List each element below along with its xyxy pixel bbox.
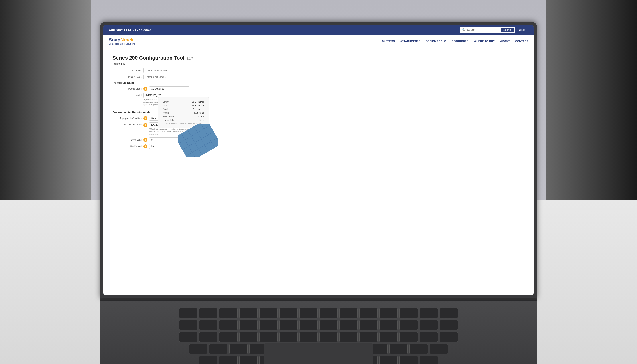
logo: SnapNrack xyxy=(109,37,136,43)
solar-graphic-area xyxy=(178,124,218,158)
key-r[interactable] xyxy=(259,332,278,342)
key-lbracket[interactable] xyxy=(400,332,418,342)
spec-weight-label: Weight xyxy=(162,112,169,114)
logo-nrack: Nrack xyxy=(120,37,134,42)
nav-about[interactable]: ABOUT xyxy=(500,40,510,42)
key-9[interactable] xyxy=(360,320,378,330)
key-8[interactable] xyxy=(340,320,358,330)
key-f6[interactable] xyxy=(300,308,318,318)
key-x[interactable] xyxy=(239,356,258,364)
key-minus[interactable] xyxy=(400,320,418,330)
key-row-numbers xyxy=(128,320,510,330)
nav-where-to-buy[interactable]: WHERE TO BUY xyxy=(474,40,495,42)
laptop-keyboard-area: MacBook Pro xyxy=(100,301,537,364)
key-t[interactable] xyxy=(279,332,298,342)
key-row-qwerty xyxy=(128,332,510,342)
spec-length-row: Length 65.67 inches xyxy=(162,101,204,103)
sign-in-link[interactable]: Sign In xyxy=(519,28,528,32)
nav-design-tools[interactable]: DESIGN TOOLS xyxy=(426,40,446,42)
key-1[interactable] xyxy=(199,320,218,330)
nav-resources[interactable]: RESOURCES xyxy=(452,40,468,42)
key-slash[interactable] xyxy=(400,356,418,364)
nav-systems[interactable]: SYSTEMS xyxy=(382,40,395,42)
key-rbracket[interactable] xyxy=(420,332,438,342)
module-brand-select[interactable]: AU Optronics xyxy=(149,86,189,91)
key-w[interactable] xyxy=(219,332,238,342)
module-brand-add-btn[interactable]: + xyxy=(144,87,148,91)
key-f5[interactable] xyxy=(279,308,298,318)
key-f9[interactable] xyxy=(360,308,378,318)
key-rshift[interactable] xyxy=(420,356,438,364)
key-y[interactable] xyxy=(300,332,318,342)
key-quote[interactable] xyxy=(410,344,428,354)
search-bar[interactable]: 🔍 Search xyxy=(460,27,516,33)
building-std-add-btn[interactable]: + xyxy=(144,123,148,127)
key-p[interactable] xyxy=(380,332,398,342)
key-o[interactable] xyxy=(360,332,378,342)
key-7[interactable] xyxy=(320,320,338,330)
pv-module-section-title: PV Module Data: xyxy=(112,81,211,84)
website: Call Now +1 (877) 732-2860 🔍 Search Sign… xyxy=(104,25,534,295)
key-tab[interactable] xyxy=(179,332,198,342)
key-f8[interactable] xyxy=(340,308,358,318)
key-f3[interactable] xyxy=(239,308,258,318)
key-5[interactable] xyxy=(279,320,298,330)
key-enter[interactable] xyxy=(430,344,448,354)
key-f10[interactable] xyxy=(380,308,398,318)
key-f4[interactable] xyxy=(259,308,278,318)
nav-contact[interactable]: CONTACT xyxy=(515,40,528,42)
spec-width-label: Width xyxy=(162,104,168,107)
spec-length-value: 65.67 inches xyxy=(192,101,204,103)
key-z[interactable] xyxy=(219,356,238,364)
solar-panel-graphic xyxy=(178,124,218,157)
key-s[interactable] xyxy=(229,344,248,354)
key-backslash[interactable] xyxy=(440,332,458,342)
key-4[interactable] xyxy=(259,320,278,330)
spec-frame-row: Frame Color Silver xyxy=(162,119,204,122)
key-q[interactable] xyxy=(199,332,218,342)
key-2[interactable] xyxy=(219,320,238,330)
key-f11[interactable] xyxy=(400,308,418,318)
key-f7[interactable] xyxy=(320,308,338,318)
specs-box: Length 65.67 inches Width 39.37 inches D… xyxy=(158,97,209,128)
key-capslock[interactable] xyxy=(189,344,208,354)
key-0[interactable] xyxy=(380,320,398,330)
snow-load-label: Snow Load xyxy=(112,138,142,141)
key-6[interactable] xyxy=(300,320,318,330)
snow-load-add-btn[interactable]: + xyxy=(144,138,148,142)
key-lshift[interactable] xyxy=(199,356,218,364)
topo-add-btn[interactable]: + xyxy=(144,116,148,120)
company-input[interactable] xyxy=(144,68,184,73)
page-title: Series 200 Configuration Tool xyxy=(112,55,184,60)
key-esc[interactable] xyxy=(179,308,198,318)
spec-frame-value: Silver xyxy=(199,119,204,122)
key-backspace[interactable] xyxy=(440,320,458,330)
key-period[interactable] xyxy=(380,356,398,364)
key-i[interactable] xyxy=(340,332,358,342)
spec-weight-row: Weight 44.1 pounds xyxy=(162,112,204,114)
search-input[interactable] xyxy=(467,28,500,32)
key-backtick[interactable] xyxy=(179,320,198,330)
key-equals[interactable] xyxy=(420,320,438,330)
spec-width-row: Width 39.37 inches xyxy=(162,104,204,107)
key-u[interactable] xyxy=(320,332,338,342)
key-f2[interactable] xyxy=(219,308,238,318)
trackpad[interactable] xyxy=(264,343,373,364)
key-e[interactable] xyxy=(239,332,258,342)
nav-attachments[interactable]: ATTACHMENTS xyxy=(400,40,420,42)
laptop-hinge xyxy=(100,298,537,301)
key-a[interactable] xyxy=(209,344,228,354)
search-button[interactable]: Search xyxy=(501,28,514,32)
model-label: Model xyxy=(112,93,142,96)
key-f1[interactable] xyxy=(199,308,218,318)
wind-speed-add-btn[interactable]: + xyxy=(144,144,148,148)
key-f12[interactable] xyxy=(420,308,438,318)
project-name-input[interactable] xyxy=(144,74,184,79)
company-row: Company xyxy=(112,68,211,73)
key-3[interactable] xyxy=(239,320,258,330)
module-brand-row: Module brand + AU Optronics xyxy=(112,86,211,91)
wind-speed-label: Wind Speed xyxy=(112,145,142,148)
module-brand-label: Module brand xyxy=(112,88,142,90)
key-del[interactable] xyxy=(440,308,458,318)
key-semicolon[interactable] xyxy=(390,344,408,354)
